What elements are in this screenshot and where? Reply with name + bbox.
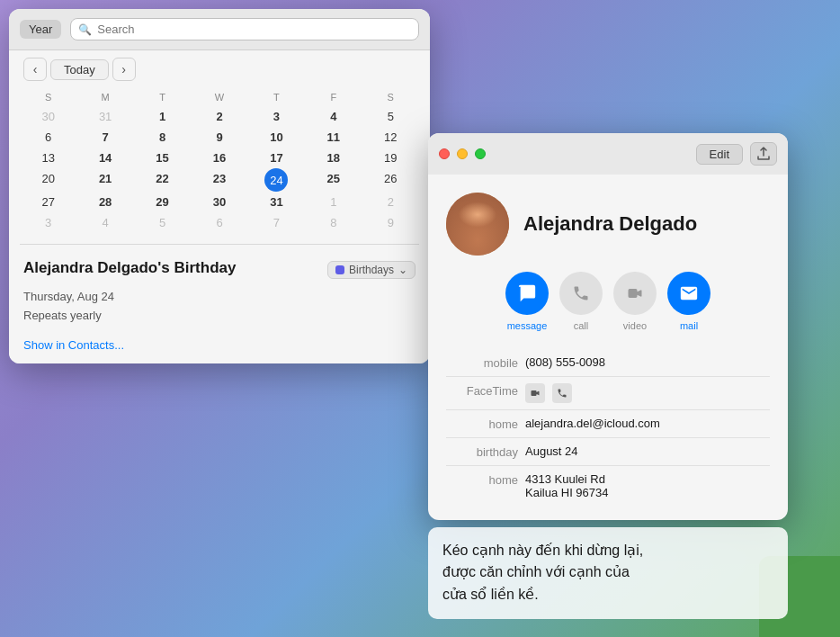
calendar-day[interactable]: 19 bbox=[362, 148, 419, 168]
calendar-day[interactable]: 13 bbox=[20, 148, 76, 168]
search-input[interactable] bbox=[97, 22, 411, 36]
video-icon bbox=[613, 272, 657, 315]
calendar-day[interactable]: 5 bbox=[134, 212, 191, 233]
calendar-day[interactable]: 7 bbox=[76, 127, 133, 148]
action-buttons: message call video bbox=[446, 272, 770, 331]
contact-body: Alejandra Delgado message call bbox=[428, 175, 788, 520]
calendar-window: Year 🔍 ‹ Today › S M T W T F S 303112345… bbox=[9, 9, 430, 363]
calendar-day[interactable]: 31 bbox=[76, 106, 133, 127]
dow-tue: T bbox=[134, 88, 191, 106]
event-section: Alejandra Delgado's Birthday Birthdays ⌄… bbox=[9, 248, 430, 363]
contact-name: Alejandra Delgado bbox=[523, 212, 697, 236]
calendar-day[interactable]: 2 bbox=[362, 192, 419, 212]
calendar-day[interactable]: 10 bbox=[248, 127, 305, 148]
calendar-day[interactable]: 29 bbox=[134, 192, 191, 212]
caption-text: Kéo cạnh này đến khi dừng lại,được căn c… bbox=[442, 540, 773, 606]
dow-fri: F bbox=[305, 88, 362, 106]
calendar-day[interactable]: 8 bbox=[305, 212, 362, 233]
calendar-day[interactable]: 7 bbox=[248, 212, 305, 233]
calendar-day[interactable]: 30 bbox=[191, 192, 247, 212]
calendar-day[interactable]: 6 bbox=[20, 127, 76, 148]
calendar-day[interactable]: 16 bbox=[191, 148, 247, 168]
home-email-field-label: home bbox=[446, 417, 518, 431]
calendar-day[interactable]: 18 bbox=[305, 148, 362, 168]
calendar-day[interactable]: 15 bbox=[134, 148, 191, 168]
home-address-field-label: home bbox=[446, 472, 518, 487]
calendar-day[interactable]: 11 bbox=[305, 127, 362, 148]
facetime-field-label: FaceTime bbox=[446, 383, 518, 398]
video-label: video bbox=[623, 320, 647, 331]
calendar-day[interactable]: 22 bbox=[134, 168, 191, 192]
avatar bbox=[446, 193, 509, 256]
dow-wed: W bbox=[191, 88, 247, 106]
calendar-day[interactable]: 31 bbox=[248, 192, 305, 212]
calendar-day[interactable]: 5 bbox=[362, 106, 419, 127]
dow-thu: T bbox=[248, 88, 305, 106]
calendar-titlebar: Year 🔍 bbox=[9, 9, 430, 50]
prev-month-button[interactable]: ‹ bbox=[23, 58, 47, 81]
birthday-field-row: birthday August 24 bbox=[446, 438, 770, 466]
mobile-field-label: mobile bbox=[446, 355, 518, 370]
calendar-day[interactable]: 8 bbox=[134, 127, 191, 148]
calendar-day[interactable]: 4 bbox=[76, 212, 133, 233]
calendar-day[interactable]: 28 bbox=[76, 192, 133, 212]
edit-button[interactable]: Edit bbox=[696, 144, 743, 165]
facetime-field-row: FaceTime bbox=[446, 377, 770, 410]
avatar-image bbox=[446, 193, 509, 256]
calendar-day[interactable]: 2 bbox=[191, 106, 247, 127]
minimize-button[interactable] bbox=[457, 148, 468, 159]
next-month-button[interactable]: › bbox=[112, 58, 136, 81]
year-button[interactable]: Year bbox=[20, 20, 61, 39]
calendar-day[interactable]: 23 bbox=[191, 168, 247, 192]
message-label: message bbox=[507, 320, 548, 331]
search-box: 🔍 bbox=[70, 18, 419, 40]
calendar-day[interactable]: 4 bbox=[305, 106, 362, 127]
mail-icon bbox=[667, 272, 710, 315]
calendar-day[interactable]: 9 bbox=[191, 127, 247, 148]
birthday-field-label: birthday bbox=[446, 444, 518, 459]
contact-window: Edit Alejandra Delgado message bbox=[428, 133, 788, 520]
home-address-field-row: home 4313 Kuulei RdKailua HI 96734 bbox=[446, 466, 770, 506]
facetime-audio-icon[interactable] bbox=[552, 383, 572, 403]
calendar-day[interactable]: 12 bbox=[362, 127, 419, 148]
home-email-field-row: home alejandra.del@icloud.com bbox=[446, 410, 770, 438]
calendar-day[interactable]: 6 bbox=[191, 212, 247, 233]
calendar-day[interactable]: 25 bbox=[305, 168, 362, 192]
show-in-contacts-link[interactable]: Show in Contacts... bbox=[23, 338, 124, 352]
birthday-field-value: August 24 bbox=[525, 444, 770, 458]
share-button[interactable] bbox=[750, 142, 777, 166]
message-icon bbox=[505, 272, 549, 315]
calendar-day[interactable]: 30 bbox=[20, 106, 76, 127]
calendar-nav: ‹ Today › bbox=[9, 50, 430, 88]
contact-titlebar: Edit bbox=[428, 133, 788, 175]
calendar-day[interactable]: 17 bbox=[248, 148, 305, 168]
calendar-day[interactable]: 26 bbox=[362, 168, 419, 192]
facetime-video-icon[interactable] bbox=[525, 383, 545, 403]
mobile-field-value: (808) 555-0098 bbox=[525, 355, 770, 369]
calendar-day[interactable]: 21 bbox=[76, 168, 133, 192]
mobile-field-row: mobile (808) 555-0098 bbox=[446, 349, 770, 377]
calendar-day[interactable]: 14 bbox=[76, 148, 133, 168]
calendar-day[interactable]: 24 bbox=[264, 168, 288, 192]
video-action-button[interactable]: video bbox=[613, 272, 657, 331]
calendar-day[interactable]: 1 bbox=[305, 192, 362, 212]
message-action-button[interactable]: message bbox=[505, 272, 549, 331]
calendar-day[interactable]: 20 bbox=[20, 168, 76, 192]
mail-action-button[interactable]: mail bbox=[667, 272, 710, 331]
tag-dot bbox=[335, 265, 344, 274]
call-icon bbox=[559, 272, 603, 315]
calendar-day[interactable]: 9 bbox=[362, 212, 419, 233]
calendar-day[interactable]: 27 bbox=[20, 192, 76, 212]
event-tag-label: Birthdays bbox=[349, 264, 394, 276]
event-tag[interactable]: Birthdays ⌄ bbox=[327, 261, 416, 279]
call-action-button[interactable]: call bbox=[559, 272, 603, 331]
calendar-day[interactable]: 1 bbox=[134, 106, 191, 127]
calendar-day[interactable]: 3 bbox=[20, 212, 76, 233]
event-meta: Thursday, Aug 24 Repeats yearly bbox=[23, 288, 416, 326]
home-address-field-value: 4313 Kuulei RdKailua HI 96734 bbox=[525, 472, 770, 499]
fullscreen-button[interactable] bbox=[475, 148, 486, 159]
contact-header: Alejandra Delgado bbox=[446, 193, 770, 256]
close-button[interactable] bbox=[439, 148, 450, 159]
today-button[interactable]: Today bbox=[50, 59, 109, 80]
calendar-day[interactable]: 3 bbox=[248, 106, 305, 127]
